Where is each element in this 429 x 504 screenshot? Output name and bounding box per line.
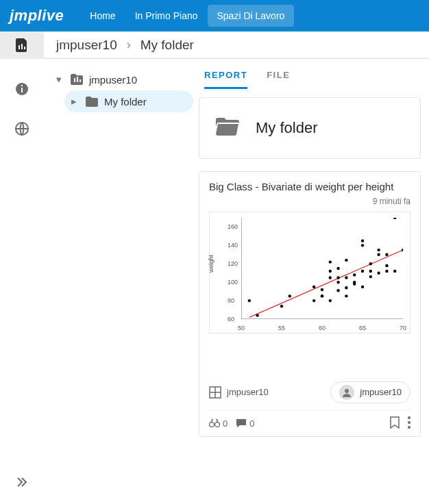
document-chart-icon: [16, 38, 28, 52]
svg-rect-8: [77, 77, 78, 82]
rail-report-button[interactable]: [0, 32, 44, 59]
folder-tree: ▾ jmpuser10 ▸ My folder: [44, 59, 199, 504]
svg-point-47: [385, 264, 388, 266]
svg-point-42: [377, 271, 380, 274]
svg-point-18: [321, 294, 323, 297]
svg-point-25: [336, 280, 339, 283]
tree-root-label: jmpuser10: [89, 74, 137, 86]
svg-point-46: [385, 253, 388, 255]
y-tick: 160: [228, 223, 238, 230]
data-table-icon: [209, 386, 221, 399]
nav-spazi-di-lavoro[interactable]: Spazi Di Lavoro: [208, 5, 295, 27]
svg-point-38: [361, 239, 364, 242]
report-title: Big Class - Bivariate di weight per heig…: [209, 180, 410, 194]
svg-point-15: [312, 299, 315, 301]
svg-point-48: [393, 269, 396, 272]
tree-item-my-folder[interactable]: ▸ My folder: [64, 90, 193, 112]
svg-point-35: [361, 285, 364, 288]
svg-rect-4: [21, 88, 23, 92]
svg-line-10: [249, 250, 403, 317]
svg-point-33: [353, 273, 356, 276]
scatter-plot: [241, 218, 403, 319]
svg-point-45: [385, 269, 388, 272]
report-data-meta[interactable]: jmpuser10: [209, 386, 269, 399]
rail-info-button[interactable]: [8, 75, 36, 103]
folder-icon: [85, 94, 99, 108]
breadcrumb-current: My folder: [140, 38, 194, 53]
y-tick: 120: [228, 260, 238, 267]
comment-icon: [236, 418, 247, 428]
bookmark-button[interactable]: [390, 416, 400, 431]
breadcrumbs: jmpuser10 › My folder: [44, 32, 429, 59]
more-button[interactable]: [408, 416, 410, 431]
svg-point-36: [361, 269, 364, 272]
tree-root-jmpuser10[interactable]: ▾ jmpuser10: [49, 68, 193, 90]
x-tick: 70: [400, 325, 406, 331]
svg-point-29: [345, 286, 347, 289]
svg-point-13: [280, 304, 283, 307]
svg-point-49: [393, 218, 396, 219]
svg-rect-1: [21, 44, 23, 49]
svg-rect-2: [24, 47, 25, 49]
main-pane: REPORT FILE My folder Big Class - Bivari…: [199, 59, 429, 504]
comments-stat[interactable]: 0: [236, 418, 254, 429]
svg-point-41: [369, 262, 372, 265]
nav-home[interactable]: Home: [80, 5, 125, 27]
tree-item-label: My folder: [104, 96, 147, 108]
svg-point-30: [345, 276, 347, 279]
svg-point-58: [408, 421, 410, 424]
top-nav: jmplive Home In Primo Piano Spazi Di Lav…: [0, 0, 429, 32]
svg-point-43: [377, 253, 380, 255]
comments-count: 0: [249, 418, 254, 429]
report-actions: 0 0: [209, 410, 410, 431]
chevron-right-icon: ›: [127, 38, 131, 52]
svg-point-21: [329, 276, 332, 279]
svg-point-40: [369, 269, 372, 272]
svg-point-23: [329, 260, 332, 263]
svg-point-14: [289, 294, 291, 297]
report-data-owner: jmpuser10: [227, 387, 269, 397]
folder-title: My folder: [256, 119, 317, 137]
y-tick: 100: [228, 279, 238, 286]
svg-point-50: [402, 248, 403, 251]
rail-expand-button[interactable]: [8, 468, 36, 496]
svg-point-26: [336, 276, 339, 279]
caret-right-icon: ▸: [71, 95, 79, 108]
tab-file[interactable]: FILE: [267, 70, 290, 89]
folder-header-card: My folder: [199, 97, 421, 159]
report-time: 9 minuti fa: [209, 197, 410, 206]
folder-open-icon: [216, 117, 239, 139]
chevron-double-right-icon: [16, 476, 28, 488]
x-tick: 50: [238, 325, 245, 331]
rail-globe-button[interactable]: [8, 115, 36, 142]
report-author-chip[interactable]: jmpuser10: [330, 381, 410, 403]
svg-point-54: [345, 389, 349, 393]
breadcrumb-root[interactable]: jmpuser10: [56, 38, 117, 53]
y-tick: 80: [228, 297, 234, 304]
svg-point-11: [248, 299, 251, 301]
kebab-icon: [408, 416, 410, 429]
svg-point-44: [377, 248, 380, 251]
caret-down-icon: ▾: [56, 73, 64, 86]
globe-icon: [15, 122, 29, 136]
svg-point-12: [256, 314, 258, 316]
svg-point-24: [336, 289, 339, 292]
x-tick: 60: [319, 325, 326, 331]
workspace-icon: [70, 73, 84, 86]
y-tick: 60: [228, 316, 234, 323]
svg-point-57: [408, 416, 410, 419]
tabs: REPORT FILE: [199, 59, 421, 89]
svg-point-37: [361, 244, 364, 247]
tab-report[interactable]: REPORT: [204, 70, 247, 89]
svg-point-31: [345, 258, 347, 261]
brand-logo[interactable]: jmplive: [10, 7, 64, 25]
svg-point-39: [369, 275, 372, 277]
nav-in-primo-piano[interactable]: In Primo Piano: [125, 5, 208, 27]
binoculars-icon: [209, 419, 220, 427]
svg-point-16: [312, 285, 315, 288]
svg-rect-7: [74, 78, 75, 82]
report-chart: weight 60801001201401605055606570: [209, 212, 410, 333]
svg-point-19: [321, 288, 323, 290]
report-card[interactable]: Big Class - Bivariate di weight per heig…: [199, 171, 421, 437]
views-stat[interactable]: 0: [209, 418, 228, 429]
